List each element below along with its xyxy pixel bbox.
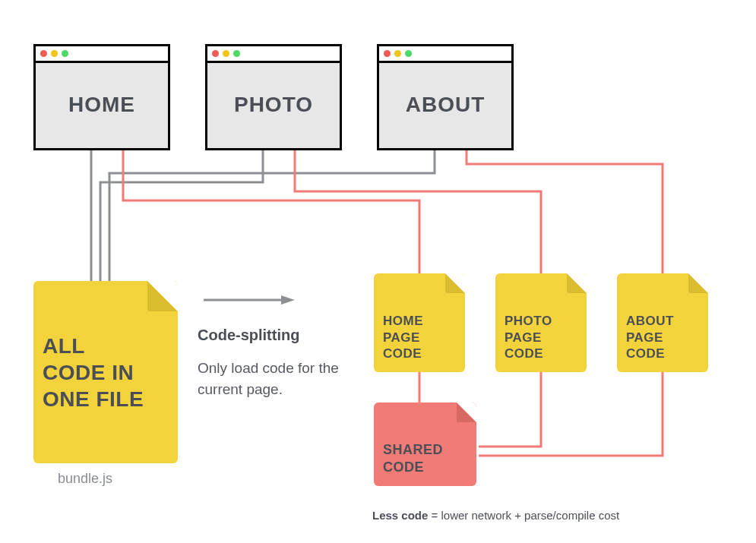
arrow-head [281,295,295,305]
browser-title-home: HOME [36,63,168,147]
bundle-file-label: ALL CODE IN ONE FILE [43,333,144,412]
footer-note-bold: Less code [372,509,428,522]
chunk-shared-label: SHARED CODE [383,441,443,475]
chunk-home-label: HOME PAGE CODE [383,313,423,361]
zoom-dot-icon [62,50,68,57]
browser-photo: PHOTO [205,44,342,150]
close-dot-icon [40,50,47,57]
minimize-dot-icon [394,50,401,57]
bundle-file: ALL CODE IN ONE FILE [33,281,178,463]
chunk-home: HOME PAGE CODE [374,273,465,372]
chunk-photo-label: PHOTO PAGE CODE [505,313,552,361]
chunk-about-label: ABOUT PAGE CODE [626,313,674,361]
window-titlebar [36,46,168,63]
close-dot-icon [212,50,219,57]
window-titlebar [379,46,511,63]
browser-title-photo: PHOTO [207,63,340,147]
browser-about: ABOUT [377,44,514,150]
window-titlebar [207,46,340,63]
chunk-photo: PHOTO PAGE CODE [495,273,587,372]
footer-note-rest: = lower network + parse/compile cost [428,509,619,522]
zoom-dot-icon [405,50,412,57]
browser-title-about: ABOUT [379,63,511,147]
explanation-block: Code-splitting Only load code for the cu… [198,327,357,399]
chunk-about: ABOUT PAGE CODE [617,273,708,372]
minimize-dot-icon [223,50,229,57]
footer-note: Less code = lower network + parse/compil… [372,509,619,522]
minimize-dot-icon [51,50,58,57]
browser-home: HOME [33,44,170,150]
zoom-dot-icon [233,50,240,57]
chunk-shared: SHARED CODE [374,403,476,486]
explanation-heading: Code-splitting [198,327,357,344]
explanation-body: Only load code for the current page. [198,358,357,399]
bundle-filename: bundle.js [58,471,112,487]
close-dot-icon [384,50,391,57]
